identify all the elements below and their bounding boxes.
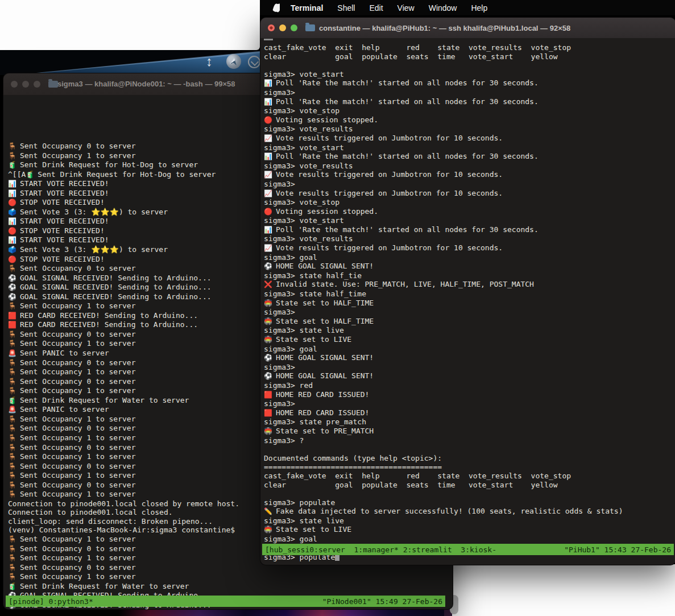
terminal-line: 🏟️State set to PRE_MATCH [264, 427, 675, 436]
stop-circle-icon: 🔴 [264, 116, 276, 125]
stadium-icon: 🏟️ [264, 427, 276, 436]
bar-chart-icon: 📊 [8, 180, 20, 189]
terminal-line: sigma3> state half_time [264, 290, 675, 299]
stadium-icon: 🏟️ [264, 317, 276, 326]
background-window-white-area-bottom [452, 564, 675, 616]
tmux-host-clock: "PiNode001" 15:49 27-Feb-26 [322, 597, 442, 606]
minimize-button[interactable] [22, 81, 29, 88]
siren-icon: 🚨 [8, 349, 20, 358]
terminal-line: 🧃Sent Drink Request for Water to server [8, 582, 453, 592]
terminal-line: sigma3> [264, 399, 675, 408]
compass-icon[interactable] [226, 54, 241, 69]
terminal-line: 📊Poll 'Rate the match!' started on all n… [264, 225, 675, 235]
terminal-line: 🏟️State set to LIVE [264, 525, 675, 535]
red-card-icon: 🟥 [264, 409, 276, 418]
menu-item-edit[interactable]: Edit [369, 3, 383, 13]
terminal-line: 📈Vote results triggered on Jumbotron for… [264, 170, 675, 180]
chair-icon: 🪑 [8, 302, 20, 311]
close-button[interactable] [11, 81, 18, 88]
tmux-host-clock: "PiHub1" 15:43 27-Feb-26 [564, 545, 671, 554]
chair-icon: 🪑 [8, 424, 20, 433]
chair-icon: 🪑 [8, 444, 20, 453]
terminal-line: 📊Poll 'Rate the match!' started on all n… [264, 97, 675, 107]
chair-icon: 🪑 [8, 359, 20, 368]
terminal-line: ⚽HOME GOAL SIGNAL SENT! [264, 371, 675, 381]
ballot-box-icon: 🗳️ [8, 246, 20, 255]
folder-icon [305, 24, 315, 31]
terminal-window-pihub: constantine — khalifa@PiHub1: ~ — ssh kh… [260, 17, 675, 565]
soccer-ball-icon: ⚽ [264, 354, 276, 363]
red-card-icon: 🟥 [8, 312, 20, 321]
pencil-icon: ✏️ [264, 507, 276, 516]
folder-icon [48, 81, 58, 88]
chair-icon: 🪑 [8, 535, 20, 544]
zoom-button[interactable] [291, 24, 297, 31]
terminal-line: sigma3> vote_results [264, 234, 675, 243]
bar-chart-icon: 📊 [8, 236, 20, 245]
terminal-line: ✏️Fake data injected to server successfu… [264, 507, 675, 516]
menu-item-shell[interactable]: Shell [337, 3, 355, 13]
menu-item-help[interactable]: Help [471, 3, 487, 13]
terminal-line: sigma3> red [264, 381, 675, 390]
terminal-content-pihub[interactable]: cast_fake_vote exit help red state vote_… [260, 38, 675, 565]
chair-icon: 🪑 [8, 415, 20, 424]
menu-item-view[interactable]: View [397, 3, 415, 13]
front-window-titlebar[interactable]: constantine — khalifa@PiHub1: ~ — ssh kh… [260, 18, 675, 38]
terminal-line: sigma3> vote_start [264, 216, 675, 225]
terminal-line: 📊Poll 'Rate the match!' started on all n… [264, 152, 675, 162]
terminal-line: 🏟️State set to LIVE [264, 335, 675, 345]
clipped-text-fragment [264, 39, 273, 40]
chair-icon: 🪑 [8, 554, 20, 563]
juice-box-icon: 🧃 [8, 396, 20, 406]
terminal-line: sigma3> vote_start [264, 70, 675, 79]
stadium-icon: 🏟️ [264, 526, 276, 535]
close-button[interactable] [268, 24, 275, 31]
terminal-line [264, 61, 675, 70]
bar-chart-icon: 📊 [264, 226, 276, 235]
terminal-line: sigma3> state pre_match [264, 417, 675, 427]
terminal-line: 🔴Voting session stopped. [264, 115, 675, 125]
bar-chart-icon: 📊 [264, 79, 276, 88]
window-controls [11, 81, 40, 88]
stadium-icon: 🏟️ [264, 336, 276, 345]
apple-logo-icon [272, 3, 280, 13]
chair-icon: 🪑 [8, 481, 20, 490]
cross-mark-icon: ❌ [264, 280, 276, 290]
chair-icon: 🪑 [8, 387, 20, 396]
terminal-line: 🟥HOME RED CARD ISSUED! [264, 390, 675, 400]
terminal-line: sigma3> [264, 88, 675, 97]
up-down-arrow-icon[interactable]: ↕ [206, 53, 213, 70]
terminal-line: ⚽HOME GOAL SIGNAL SENT! [264, 262, 675, 271]
chair-icon: 🪑 [8, 152, 20, 161]
terminal-line: sigma3> [264, 180, 675, 189]
stadium-icon: 🏟️ [264, 299, 276, 308]
window-controls [268, 24, 297, 31]
terminal-line: sigma3> vote_results [264, 162, 675, 171]
chair-icon: 🪑 [8, 545, 20, 554]
juice-box-icon: 🧃 [8, 582, 20, 592]
tmux-status-bar-pihub: [hub_sessi0:server 1:manager* 2:streamli… [262, 544, 674, 555]
ballot-box-icon: 🗳️ [8, 208, 20, 217]
terminal-line [264, 489, 675, 498]
menu-item-window[interactable]: Window [429, 3, 457, 13]
terminal-line: sigma3> ? [264, 436, 675, 445]
zoom-button[interactable] [34, 81, 40, 88]
stop-circle-icon: 🔴 [8, 227, 20, 236]
bar-chart-icon: 📊 [264, 152, 276, 162]
terminal-line: 📈Vote results triggered on Jumbotron for… [264, 189, 675, 199]
terminal-line: sigma3> state live [264, 516, 675, 526]
stop-circle-icon: 🔴 [8, 199, 20, 208]
stop-circle-icon: 🔴 [264, 208, 276, 217]
terminal-line: sigma3> vote_start [264, 143, 675, 152]
chair-icon: 🪑 [8, 264, 20, 274]
minimize-button[interactable] [279, 24, 286, 31]
stop-circle-icon: 🔴 [8, 255, 20, 264]
terminal-line: 📈Vote results triggered on Jumbotron for… [264, 243, 675, 253]
menu-item-terminal[interactable]: Terminal [291, 3, 323, 13]
circled-chevron-down-icon[interactable] [248, 56, 260, 68]
apple-menu[interactable] [272, 3, 280, 13]
chair-icon: 🪑 [8, 330, 20, 340]
terminal-line: sigma3> vote_results [264, 125, 675, 134]
background-toolbar-icons: ↕ [206, 52, 263, 73]
siren-icon: 🚨 [8, 406, 20, 415]
